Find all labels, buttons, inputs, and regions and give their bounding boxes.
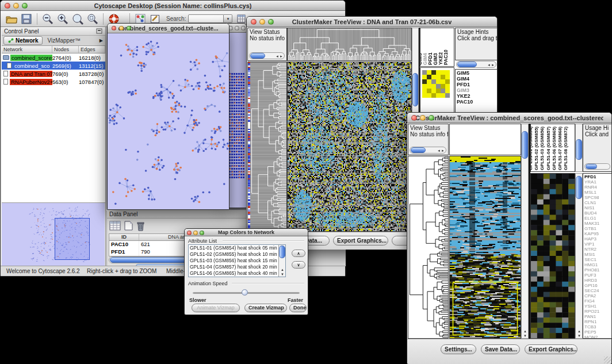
export-graphics-button[interactable]: Export Graphics... <box>333 236 388 246</box>
matrix-cell[interactable] <box>427 84 431 89</box>
create-vizmap-button[interactable]: Create Vizmap <box>244 304 287 312</box>
attribute-list-item[interactable]: GPL51-03 (GSM856) heat shock 15 min <box>189 258 278 264</box>
gene-label[interactable]: RPN1 <box>583 319 611 324</box>
gene-label[interactable]: MON2 <box>583 335 611 339</box>
export-graphics-button[interactable]: Export Graphics... <box>525 344 577 354</box>
scroll-left-icon[interactable]: ◄ <box>487 63 491 67</box>
matrix-cell[interactable] <box>427 70 431 75</box>
move-down-button[interactable]: ∨ <box>292 261 305 269</box>
heatmap-panel[interactable] <box>449 156 521 339</box>
gene-label[interactable]: PUF3 <box>583 273 611 278</box>
column-label[interactable]: PAC10 <box>443 49 449 65</box>
column-dendrogram-canvas[interactable] <box>288 28 411 60</box>
row-dendrogram-panel[interactable] <box>408 156 449 339</box>
open-session-button[interactable] <box>5 13 18 25</box>
gene-label[interactable]: YSH1 <box>583 304 611 309</box>
gene-label[interactable]: CPA2 <box>583 293 611 298</box>
minimize-button[interactable] <box>420 115 426 121</box>
move-up-button[interactable]: ∧ <box>292 250 305 257</box>
minimize-button[interactable] <box>193 231 198 235</box>
matrix-cell[interactable] <box>431 93 436 98</box>
matrix-cell[interactable] <box>431 75 436 79</box>
column-label[interactable]: GPL51-07 (GSM868) <box>557 127 563 170</box>
close-button[interactable] <box>5 3 10 9</box>
network-tree-row[interactable]: RNAPuberNov2+563(0)107847(0) <box>2 78 105 86</box>
matrix-cell[interactable] <box>422 89 427 93</box>
tab-vizmapper[interactable]: VizMapper™ <box>43 37 85 44</box>
network-view-titlebar[interactable]: combined_scores_good.txt--cluste... <box>108 24 229 33</box>
scroll-left-icon[interactable]: ◄ <box>437 149 441 152</box>
usage-hints-hscrollbar[interactable]: ◄ ► <box>456 61 496 68</box>
network-tree-row[interactable]: combined_scores2764(0)16218(0) <box>2 53 105 62</box>
treeview-dna-titlebar[interactable]: ClusterMaker TreeView : DNA and Tran 07-… <box>247 17 497 27</box>
network-graph-canvas[interactable] <box>108 33 229 209</box>
matrix-cell[interactable] <box>431 79 436 84</box>
gene-label[interactable]: HRD3 <box>583 278 611 283</box>
matrix-cell[interactable] <box>427 93 431 98</box>
zoom-button[interactable] <box>268 19 274 25</box>
save-session-button[interactable] <box>20 13 33 25</box>
scroll-left-icon[interactable]: ◄ <box>276 55 279 58</box>
scroll-right-icon[interactable]: ► <box>491 63 495 67</box>
zoom-button[interactable] <box>241 26 246 30</box>
tab-network[interactable]: Network <box>3 36 43 45</box>
delete-attribute-icon[interactable] <box>136 221 145 231</box>
gene-label[interactable]: FIG4 <box>583 298 611 304</box>
gene-label[interactable]: VIP1 <box>583 242 611 247</box>
zoom-button[interactable] <box>22 3 28 9</box>
heatmap-canvas[interactable] <box>288 62 411 231</box>
scroll-right-icon[interactable]: ► <box>280 55 283 58</box>
gene-label[interactable]: CLN1 <box>583 200 611 205</box>
column-label[interactable]: GPL51-02 (GSM855) <box>534 127 539 170</box>
gene-label[interactable]: KAP95 <box>583 231 611 236</box>
heatmap-panel[interactable] <box>287 62 412 232</box>
minimize-button[interactable] <box>13 3 19 9</box>
gene-label[interactable]: NIS1 <box>583 205 611 210</box>
attribute-table-icon[interactable] <box>109 221 121 231</box>
matrix-cell[interactable] <box>445 75 450 79</box>
minimize-button[interactable] <box>235 26 239 30</box>
matrix-cell[interactable] <box>441 75 445 79</box>
gene-label[interactable]: BUD4 <box>583 210 611 216</box>
gene-label[interactable]: PAC10 <box>456 99 497 105</box>
birdseye-canvas[interactable] <box>2 203 105 266</box>
matrix-cell[interactable] <box>431 89 436 93</box>
matrix-cell[interactable] <box>445 70 450 75</box>
resize-grip[interactable] <box>604 357 611 363</box>
row-dendrogram-canvas[interactable] <box>408 156 448 338</box>
close-button[interactable] <box>187 231 192 235</box>
matrix-cell[interactable] <box>436 75 441 79</box>
matrix-cell[interactable] <box>422 93 427 98</box>
row-dendrogram-canvas[interactable] <box>250 62 286 231</box>
gene-label[interactable]: MSI1 <box>583 252 611 257</box>
zoom-fit-button[interactable] <box>71 13 85 25</box>
matrix-cell[interactable] <box>431 84 436 89</box>
col-id[interactable]: ID <box>109 234 139 240</box>
matrix-cell[interactable] <box>436 93 441 98</box>
gene-label[interactable]: RPO21 <box>583 309 611 314</box>
col-nodes[interactable]: Nodes <box>52 46 79 53</box>
gene-label[interactable]: HMG1 <box>583 262 611 267</box>
gene-label[interactable]: YRA1 <box>583 179 611 185</box>
zoom-heatmap-panel[interactable] <box>530 173 575 339</box>
scroll-down-icon[interactable]: ▼ <box>281 273 284 276</box>
column-label[interactable]: GPL51-06 (GSM865) <box>552 127 557 170</box>
matrix-cell[interactable] <box>436 70 441 75</box>
close-button[interactable] <box>112 26 116 30</box>
column-label[interactable]: GPL51-03 (GSM856) <box>540 127 545 170</box>
birdseye-view[interactable] <box>2 203 105 266</box>
matrix-cell[interactable] <box>445 79 450 84</box>
matrix-cell[interactable] <box>441 70 445 75</box>
correlation-matrix[interactable] <box>422 70 450 98</box>
gene-label[interactable]: PAN1 <box>583 314 611 319</box>
gene-label[interactable]: SEC1 <box>583 257 611 262</box>
listbox-vscrollbar[interactable]: ▲ ▼ <box>278 245 285 277</box>
matrix-cell[interactable] <box>422 70 427 75</box>
treeview-combined-titlebar[interactable]: ClusterMaker TreeView : combined_scores_… <box>407 113 611 123</box>
search-input[interactable] <box>188 14 224 23</box>
dense-cluster-canvas[interactable] <box>229 73 246 180</box>
col-network[interactable]: Network <box>2 46 52 53</box>
gene-label[interactable]: SEC24 <box>583 288 611 293</box>
network-tree-row[interactable]: DNA and Tran 07769(0)183728(0) <box>2 70 105 78</box>
scroll-up-icon[interactable]: ▲ <box>281 268 284 271</box>
